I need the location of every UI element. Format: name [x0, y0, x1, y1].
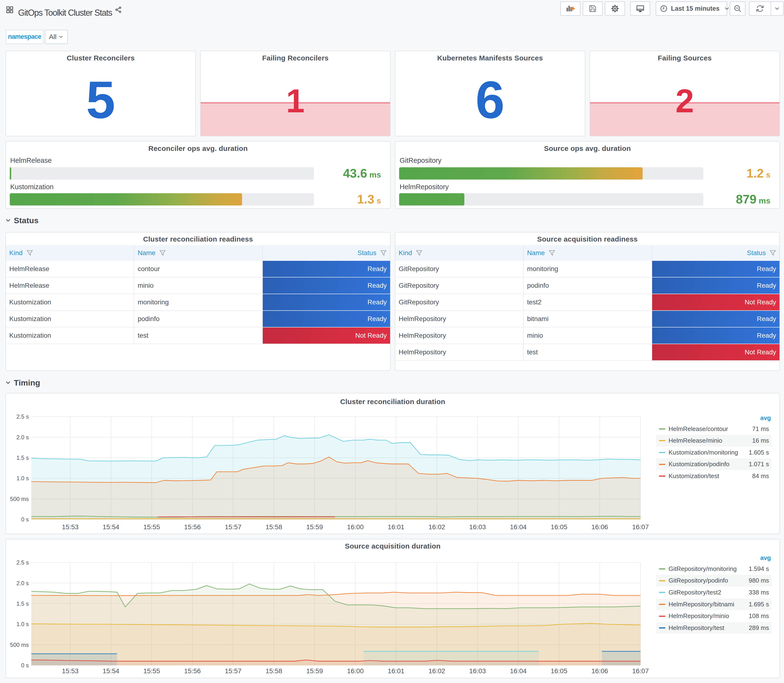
- svg-text:15:58: 15:58: [266, 667, 282, 675]
- svg-text:1.5 s: 1.5 s: [16, 455, 29, 461]
- svg-text:16:01: 16:01: [388, 523, 404, 531]
- svg-text:2.5 s: 2.5 s: [16, 559, 29, 566]
- svg-text:2.0 s: 2.0 s: [16, 580, 29, 586]
- svg-text:15:54: 15:54: [103, 523, 119, 531]
- svg-text:16:06: 16:06: [592, 523, 608, 531]
- svg-text:0 s: 0 s: [21, 662, 29, 669]
- svg-text:16:00: 16:00: [347, 667, 364, 675]
- svg-text:16:03: 16:03: [469, 667, 486, 675]
- svg-text:0 s: 0 s: [21, 516, 29, 523]
- svg-text:2.5 s: 2.5 s: [16, 414, 29, 420]
- svg-text:15:53: 15:53: [62, 667, 79, 675]
- svg-text:1.5 s: 1.5 s: [16, 600, 29, 607]
- svg-text:15:54: 15:54: [103, 667, 119, 675]
- svg-text:16:01: 16:01: [388, 667, 404, 675]
- svg-text:15:55: 15:55: [143, 667, 160, 675]
- svg-text:16:00: 16:00: [347, 523, 364, 531]
- svg-text:16:02: 16:02: [428, 667, 445, 675]
- svg-text:16:05: 16:05: [551, 667, 568, 675]
- svg-text:16:07: 16:07: [632, 667, 649, 675]
- svg-text:16:04: 16:04: [510, 523, 527, 531]
- svg-text:15:59: 15:59: [306, 667, 323, 675]
- svg-text:15:58: 15:58: [266, 523, 282, 531]
- svg-text:15:57: 15:57: [225, 523, 242, 531]
- svg-text:16:05: 16:05: [551, 523, 568, 531]
- svg-text:16:03: 16:03: [469, 523, 486, 531]
- svg-text:15:59: 15:59: [306, 523, 323, 531]
- svg-text:16:04: 16:04: [510, 667, 527, 675]
- svg-text:15:57: 15:57: [225, 667, 242, 675]
- svg-text:16:07: 16:07: [632, 523, 649, 531]
- svg-text:500 ms: 500 ms: [10, 641, 29, 648]
- svg-text:1.0 s: 1.0 s: [16, 621, 29, 627]
- svg-text:15:55: 15:55: [143, 523, 160, 531]
- svg-text:2.0 s: 2.0 s: [16, 434, 29, 440]
- svg-text:1.0 s: 1.0 s: [16, 475, 29, 481]
- svg-text:15:56: 15:56: [184, 667, 200, 675]
- svg-text:15:56: 15:56: [184, 523, 200, 531]
- svg-text:15:53: 15:53: [62, 523, 79, 531]
- svg-text:16:02: 16:02: [428, 523, 445, 531]
- svg-text:16:06: 16:06: [592, 667, 608, 675]
- svg-text:500 ms: 500 ms: [10, 495, 29, 502]
